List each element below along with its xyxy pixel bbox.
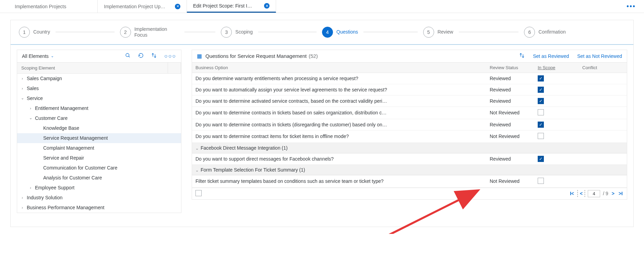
in-scope-checkbox[interactable] — [538, 178, 544, 184]
in-scope-checkbox[interactable] — [538, 133, 544, 139]
tree-row[interactable]: Analysis for Customer Care — [17, 173, 181, 183]
column-conflict[interactable]: Conflict — [579, 63, 627, 73]
step-label: Implementation Focus — [134, 26, 179, 38]
svg-point-0 — [126, 53, 129, 57]
chevron-down-icon[interactable]: ⌄ — [51, 54, 54, 58]
question-row[interactable]: Do you want to determine activated servi… — [192, 96, 627, 107]
chevron-right-icon[interactable]: › — [20, 196, 25, 200]
sort-icon[interactable] — [519, 53, 525, 60]
filter-title[interactable]: All Elements — [22, 53, 49, 59]
step-review[interactable]: 5 Review — [423, 27, 524, 38]
in-scope-checkbox[interactable]: ✓ — [538, 156, 544, 162]
in-scope-checkbox[interactable]: ✓ — [538, 98, 544, 104]
overflow-menu-icon[interactable]: ••• — [618, 0, 644, 13]
pager-first-icon[interactable]: I< — [569, 191, 575, 196]
question-row[interactable]: Do you want to determine contracts in ti… — [192, 119, 627, 130]
search-icon[interactable] — [125, 53, 131, 60]
sort-icon[interactable] — [151, 53, 157, 60]
tree-row[interactable]: ›Entitlement Management — [17, 103, 181, 113]
question-text: Do you want to determine contracts in ti… — [192, 120, 486, 130]
tab-implementation-project-update[interactable]: Implementation Project Up… ✕ — [98, 0, 187, 13]
tree-row[interactable]: ⌄Service — [17, 93, 181, 103]
step-connector — [184, 32, 216, 32]
step-questions[interactable]: 4 Questions — [322, 27, 423, 38]
group-row[interactable]: ⌄Form Template Selection For Ticket Summ… — [192, 165, 627, 175]
pager-next-icon[interactable]: > — [611, 191, 615, 196]
chevron-right-icon[interactable]: › — [20, 76, 25, 80]
question-row[interactable]: Do you want to determine contracts in ti… — [192, 107, 627, 119]
tree-row[interactable]: ›Business Performance Management — [17, 203, 181, 213]
step-confirmation[interactable]: 6 Confirmation — [524, 27, 625, 38]
question-text: Do you want to automatically assign your… — [192, 85, 486, 95]
pager-left — [195, 190, 202, 197]
tree-item-label: Customer Care — [35, 115, 178, 121]
tree-row[interactable]: Knowledge Base — [17, 123, 181, 133]
tree-row[interactable]: ⌄Customer Care — [17, 113, 181, 123]
chevron-down-icon[interactable]: ⌄ — [195, 168, 199, 172]
question-text: Do you want to determine contract items … — [192, 131, 486, 141]
in-scope-checkbox[interactable]: ✓ — [538, 75, 544, 81]
chevron-right-icon[interactable]: › — [28, 186, 33, 190]
chevron-down-icon[interactable]: ⌄ — [20, 96, 25, 100]
tree-header-spacer — [168, 63, 181, 73]
wizard-steps: 1 Country 2 Implementation Focus 3 Scopi… — [11, 20, 633, 45]
in-scope-checkbox[interactable] — [538, 109, 544, 115]
tree-row[interactable]: ›Employee Support — [17, 183, 181, 193]
tab-label: Edit Project Scope: First I… — [193, 3, 252, 9]
set-as-not-reviewed-button[interactable]: Set as Not Reviewed — [577, 53, 622, 59]
chevron-down-icon[interactable]: ⌄ — [28, 116, 33, 120]
tree-row[interactable]: Communication for Customer Care — [17, 163, 181, 173]
question-row[interactable]: Do you want to support direct messages f… — [192, 153, 627, 165]
step-country[interactable]: 1 Country — [19, 27, 120, 38]
group-label: Facebook Direct Message Integration (1) — [201, 145, 288, 151]
pager-last-icon[interactable]: >I — [618, 191, 623, 196]
column-review-status[interactable]: Review Status — [486, 63, 534, 73]
tree-item-label: Complaint Management — [43, 145, 178, 151]
set-as-reviewed-button[interactable]: Set as Reviewed — [533, 53, 569, 59]
step-number: 4 — [322, 27, 333, 38]
question-row[interactable]: Do you want to automatically assign your… — [192, 84, 627, 96]
question-row[interactable]: Filter ticket summary templates based on… — [192, 175, 627, 188]
tree-item-label: Service and Repair — [43, 155, 178, 161]
tree-row[interactable]: ›Industry Solution — [17, 193, 181, 203]
column-business-option[interactable]: Business Option — [192, 63, 486, 73]
more-icon[interactable]: ○○○ — [164, 53, 176, 59]
chevron-down-icon[interactable]: ⌄ — [195, 146, 199, 150]
select-all-checkbox[interactable] — [195, 190, 202, 196]
step-label: Scoping — [235, 29, 253, 35]
group-label: Form Template Selection For Ticket Summa… — [201, 167, 305, 173]
column-in-scope[interactable]: In Scope — [534, 63, 579, 73]
tab-implementation-projects[interactable]: Implementation Projects — [9, 0, 98, 13]
pager-prev-icon[interactable]: < — [577, 190, 585, 197]
close-icon[interactable]: ✕ — [264, 3, 270, 9]
close-icon[interactable]: ✕ — [175, 4, 180, 9]
tab-edit-project-scope[interactable]: Edit Project Scope: First I… ✕ — [187, 0, 276, 13]
chevron-right-icon[interactable]: › — [20, 205, 25, 210]
group-row[interactable]: ⌄Facebook Direct Message Integration (1) — [192, 143, 627, 153]
tree-item-label: Analysis for Customer Care — [43, 175, 178, 180]
in-scope-checkbox[interactable]: ✓ — [538, 122, 544, 128]
conflict-cell — [579, 110, 627, 115]
tree-item-label: Sales Campaign — [27, 76, 178, 81]
pager: I< < 4 / 9 > >I — [192, 188, 627, 199]
step-scoping[interactable]: 3 Scoping — [221, 27, 322, 38]
conflict-cell — [579, 156, 627, 161]
pager-right: I< < 4 / 9 > >I — [569, 190, 623, 197]
in-scope-checkbox[interactable]: ✓ — [538, 87, 544, 93]
question-row[interactable]: Do you want to determine contract items … — [192, 130, 627, 143]
step-implementation-focus[interactable]: 2 Implementation Focus — [120, 26, 221, 38]
tree-item-label: Service — [27, 96, 178, 101]
refresh-icon[interactable] — [138, 53, 144, 60]
tree-row[interactable]: Service Request Management — [17, 133, 181, 143]
question-row[interactable]: Do you determine warranty entitlements w… — [192, 73, 627, 84]
tree-item-label: Entitlement Management — [35, 105, 178, 111]
tree-row[interactable]: Service and Repair — [17, 153, 181, 163]
tree-row[interactable]: Complaint Management — [17, 143, 181, 153]
step-number: 1 — [19, 27, 30, 38]
question-text: Do you want to determine activated servi… — [192, 96, 486, 106]
chevron-right-icon[interactable]: › — [28, 106, 33, 110]
chevron-right-icon[interactable]: › — [20, 86, 25, 90]
tree-row[interactable]: ›Sales — [17, 84, 181, 93]
tree-row[interactable]: ›Sales Campaign — [17, 74, 181, 84]
pager-page-input[interactable]: 4 — [588, 190, 600, 197]
